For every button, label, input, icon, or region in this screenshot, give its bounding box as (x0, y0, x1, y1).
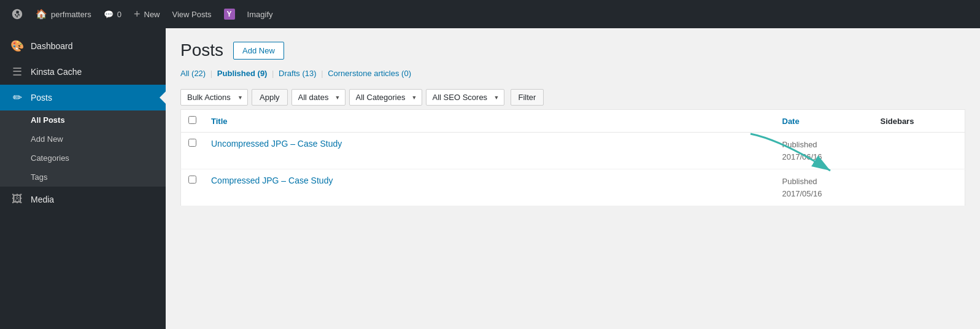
filter-cornerstone[interactable]: Cornerstone articles (0) (328, 69, 411, 78)
row2-date: Published 2017/05/16 (775, 169, 873, 206)
all-categories-select[interactable]: All Categories (349, 89, 422, 106)
media-icon: 🖼 (10, 193, 25, 206)
bulk-actions-select[interactable]: Bulk Actions (180, 89, 248, 106)
sidebar-item-kinsta-cache[interactable]: ☰ Kinsta Cache (0, 59, 166, 85)
comments-bar-item[interactable]: 💬 0 (98, 0, 128, 28)
col-title-header[interactable]: Title (204, 110, 775, 133)
yoast-bar-item[interactable]: Y (218, 0, 241, 28)
select-all-checkbox[interactable] (188, 116, 196, 124)
sidebar-item-dashboard[interactable]: 🎨 Dashboard (0, 33, 166, 59)
row2-cb (181, 169, 204, 206)
admin-bar: 🏠 perfmatters 💬 0 + New View Posts Y Ima… (0, 0, 980, 28)
posts-icon: ✏ (10, 91, 25, 104)
apply-button[interactable]: Apply (252, 89, 288, 106)
all-categories-wrapper: All Categories (349, 89, 422, 106)
posts-submenu: All Posts Add New Categories Tags (0, 110, 166, 187)
posts-table: Title Date Sidebars (180, 109, 965, 206)
comment-icon: 💬 (104, 10, 114, 19)
col-date-header[interactable]: Date (775, 110, 873, 133)
sidebar: 🎨 Dashboard ☰ Kinsta Cache ✏ Posts All P… (0, 28, 166, 329)
view-posts-bar-item[interactable]: View Posts (166, 0, 218, 28)
sidebar-item-posts[interactable]: ✏ Posts (0, 85, 166, 110)
wp-logo[interactable] (5, 0, 29, 28)
col-sidebars-header: Sidebars (873, 110, 965, 133)
imagify-bar-item[interactable]: Imagify (241, 0, 279, 28)
bulk-actions-wrapper: Bulk Actions (180, 89, 248, 106)
filter-all[interactable]: All (22) (180, 69, 206, 78)
row1-cb (181, 133, 204, 169)
row1-title-link[interactable]: Uncompressed JPG – Case Study (211, 139, 342, 149)
row1-sidebars (873, 133, 965, 169)
filter-button[interactable]: Filter (511, 89, 544, 106)
main-content: Posts Add New All (22) | Published (9) |… (166, 28, 980, 329)
col-cb (181, 110, 204, 133)
table-row: Compressed JPG – Case Study Published 20… (181, 169, 965, 206)
filter-links: All (22) | Published (9) | Drafts (13) |… (180, 69, 965, 78)
submenu-all-posts[interactable]: All Posts (0, 110, 166, 130)
submenu-tags[interactable]: Tags (0, 168, 166, 187)
row2-title: Compressed JPG – Case Study (204, 169, 775, 206)
kinsta-icon: ☰ (10, 65, 25, 79)
row2-checkbox[interactable] (188, 176, 196, 184)
row2-sidebars (873, 169, 965, 206)
table-header-row: Title Date Sidebars (181, 110, 965, 133)
all-seo-scores-select[interactable]: All SEO Scores (426, 89, 504, 106)
table-nav: Bulk Actions Apply All dates All Categor… (180, 85, 965, 109)
house-icon: 🏠 (36, 9, 47, 20)
all-dates-select[interactable]: All dates (291, 89, 345, 106)
all-seo-scores-wrapper: All SEO Scores (426, 89, 504, 106)
submenu-add-new[interactable]: Add New (0, 130, 166, 149)
table-wrapper: Title Date Sidebars (180, 109, 965, 206)
filter-drafts[interactable]: Drafts (13) (279, 69, 316, 78)
site-name-bar-item[interactable]: 🏠 perfmatters (29, 0, 98, 28)
new-bar-item[interactable]: + New (128, 0, 166, 28)
page-title: Posts (180, 41, 223, 60)
all-dates-wrapper: All dates (291, 89, 345, 106)
filter-published[interactable]: Published (9) (217, 69, 268, 78)
plus-icon: + (134, 8, 141, 21)
sidebar-item-media[interactable]: 🖼 Media (0, 187, 166, 212)
row2-title-link[interactable]: Compressed JPG – Case Study (211, 176, 333, 185)
yoast-icon: Y (224, 9, 235, 20)
table-row: Uncompressed JPG – Case Study Published … (181, 133, 965, 169)
add-new-button[interactable]: Add New (233, 42, 284, 60)
row1-date: Published 2017/06/16 (775, 133, 873, 169)
row1-title: Uncompressed JPG – Case Study (204, 133, 775, 169)
page-header: Posts Add New (180, 41, 965, 60)
submenu-categories[interactable]: Categories (0, 149, 166, 168)
row1-checkbox[interactable] (188, 139, 196, 147)
dashboard-icon: 🎨 (10, 39, 25, 53)
